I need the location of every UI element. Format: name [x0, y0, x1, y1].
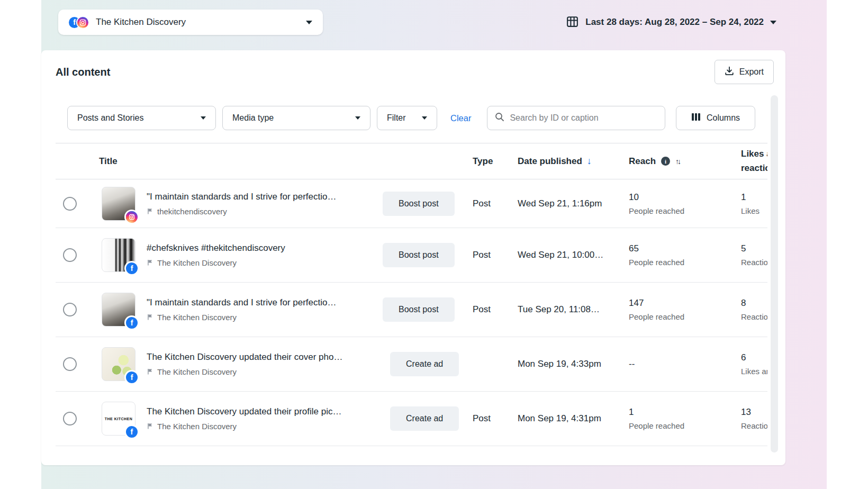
boost-post-button[interactable]: Boost post — [383, 192, 455, 216]
filter-label: Filter — [387, 113, 406, 123]
panel-header: All content Export — [56, 60, 774, 84]
reach-value: -- — [629, 359, 737, 369]
export-button[interactable]: Export — [715, 60, 774, 84]
post-date: Wed Sep 21, 1:16pm — [515, 198, 626, 209]
row-select-radio[interactable] — [63, 357, 77, 371]
page-flag-icon — [147, 422, 153, 431]
likes-sublabel: Reactions — [741, 258, 767, 267]
reach-label: Reach — [629, 156, 656, 167]
post-title[interactable]: "I maintain standards and I strive for p… — [147, 297, 383, 308]
column-header-reach[interactable]: Reach i ↑↓ — [626, 156, 737, 167]
search-field[interactable] — [487, 106, 665, 130]
table-header-row: Title Type Date published ↓ Reach i ↑↓ L… — [56, 143, 767, 179]
post-thumbnail[interactable] — [102, 187, 135, 221]
reach-sublabel: People reached — [629, 421, 737, 430]
post-date: Mon Sep 19, 4:31pm — [515, 413, 626, 424]
search-icon — [494, 112, 505, 124]
likes-sublabel: Reactions — [741, 312, 767, 321]
media-type-dropdown[interactable]: Media type — [222, 106, 370, 130]
post-title[interactable]: The Kitchen Discovery updated their cove… — [147, 352, 383, 363]
likes-value: 1 — [741, 192, 767, 203]
sort-descending-icon: ↓ — [587, 156, 592, 167]
sort-icon[interactable]: ↑↓ — [675, 157, 681, 166]
columns-button[interactable]: Columns — [676, 106, 755, 130]
boost-post-button[interactable]: Boost post — [383, 297, 455, 322]
search-input[interactable] — [510, 113, 658, 123]
create-ad-button[interactable]: Create ad — [390, 406, 459, 431]
info-icon[interactable]: i — [661, 157, 670, 166]
page-title: All content — [56, 66, 110, 78]
platform-icons: f — [69, 17, 88, 28]
post-account: The Kitchen Discovery — [157, 313, 237, 322]
content-type-label: Posts and Stories — [77, 113, 143, 123]
post-date: Tue Sep 20, 11:08… — [515, 304, 626, 315]
boost-post-button[interactable]: Boost post — [383, 243, 455, 267]
calendar-icon — [566, 15, 579, 30]
chevron-down-icon — [355, 116, 360, 120]
row-select-radio[interactable] — [63, 197, 77, 211]
all-content-panel: All content Export Posts and Stories Med… — [41, 50, 785, 465]
reach-sublabel: People reached — [629, 206, 737, 215]
likes-sublabel: Likes and reactions — [741, 367, 767, 376]
media-type-label: Media type — [232, 113, 274, 123]
post-thumbnail[interactable]: f — [102, 347, 135, 381]
content-table: Title Type Date published ↓ Reach i ↑↓ L… — [56, 143, 767, 446]
post-title[interactable]: "I maintain standards and I strive for p… — [147, 192, 383, 202]
row-select-radio[interactable] — [63, 248, 77, 262]
reach-value: 65 — [629, 243, 737, 254]
column-header-likes[interactable]: Likes and reactions — [737, 147, 767, 175]
post-account: The Kitchen Discovery — [157, 422, 237, 431]
reach-sublabel: People reached — [629, 258, 737, 267]
filter-dropdown[interactable]: Filter — [377, 106, 437, 130]
post-thumbnail[interactable]: f — [102, 293, 135, 327]
post-type: Post — [470, 250, 515, 260]
page-selector-label: The Kitchen Discovery — [96, 17, 186, 28]
table-row: THE KITCHEN f The Kitchen Discovery upda… — [56, 392, 767, 446]
reach-sublabel: People reached — [629, 312, 737, 321]
column-header-date-published[interactable]: Date published ↓ — [515, 156, 626, 167]
app-background: f The Kitchen Discovery Last 28 days: Au… — [41, 0, 827, 489]
row-select-radio[interactable] — [63, 412, 77, 425]
likes-sublabel: Likes — [741, 206, 767, 215]
likes-value: 5 — [741, 243, 767, 254]
post-thumbnail[interactable]: f — [102, 238, 135, 272]
post-title[interactable]: #chefsknives #thekitchendiscovery — [147, 243, 383, 253]
column-header-type[interactable]: Type — [470, 156, 515, 167]
page-flag-icon — [147, 258, 153, 267]
date-range-selector[interactable]: Last 28 days: Aug 28, 2022 – Sep 24, 202… — [566, 10, 776, 35]
filter-bar: Posts and Stories Media type Filter Clea… — [67, 106, 755, 130]
page-flag-icon — [147, 207, 153, 216]
post-account: The Kitchen Discovery — [157, 367, 237, 376]
chevron-down-icon — [306, 21, 312, 24]
download-icon — [725, 66, 734, 78]
likes-sublabel: Reactions — [741, 421, 767, 430]
facebook-badge-icon: f — [126, 262, 138, 274]
facebook-badge-icon: f — [126, 372, 138, 383]
column-header-title[interactable]: Title — [95, 156, 383, 167]
likes-value: 13 — [741, 407, 767, 418]
row-select-radio[interactable] — [63, 303, 77, 316]
table-row: f "I maintain standards and I strive for… — [56, 283, 767, 337]
vertical-scrollbar[interactable] — [771, 95, 778, 452]
table-row: f #chefsknives #thekitchendiscovery The … — [56, 228, 767, 283]
table-row: f The Kitchen Discovery updated their co… — [56, 337, 767, 392]
chevron-down-icon — [201, 116, 206, 120]
create-ad-button[interactable]: Create ad — [390, 352, 459, 376]
post-thumbnail[interactable]: THE KITCHEN f — [102, 402, 135, 436]
page-selector[interactable]: f The Kitchen Discovery — [58, 10, 323, 35]
post-type: Post — [470, 198, 515, 209]
post-type: Post — [470, 413, 515, 424]
date-published-label: Date published — [518, 156, 582, 167]
content-type-dropdown[interactable]: Posts and Stories — [67, 106, 216, 130]
likes-header-label: Likes and reactions — [741, 147, 767, 175]
likes-value: 6 — [741, 352, 767, 363]
clear-filters-link[interactable]: Clear — [450, 113, 471, 123]
post-date: Wed Sep 21, 10:00… — [515, 250, 626, 260]
date-range-label: Last 28 days: Aug 28, 2022 – Sep 24, 202… — [585, 17, 764, 28]
facebook-badge-icon: f — [126, 317, 138, 329]
reach-value: 1 — [629, 407, 737, 418]
reach-value: 10 — [629, 192, 737, 203]
post-title[interactable]: The Kitchen Discovery updated their prof… — [147, 406, 383, 417]
post-type: Post — [470, 304, 515, 315]
chevron-down-icon — [770, 21, 776, 24]
